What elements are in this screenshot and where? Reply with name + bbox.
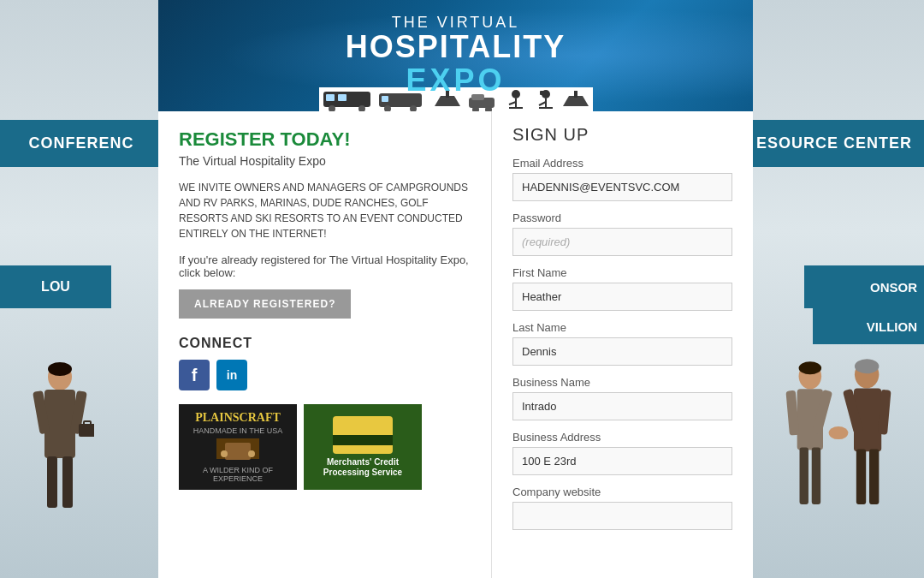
sponsor-sign: ONSOR (804, 265, 924, 308)
svg-rect-25 (326, 94, 335, 101)
social-icons-group: f in (179, 360, 471, 390)
register-subtitle: The Virtual Hospitality Expo (179, 154, 471, 168)
person-left-figure (26, 355, 94, 527)
already-registered-button[interactable]: ALREADY REGISTERED? (179, 289, 351, 319)
header-banner: THE VIRTUAL HOSPITALITY EXPO (158, 0, 753, 111)
banner-title: THE VIRTUAL HOSPITALITY EXPO (346, 14, 566, 98)
plaincraft-sub: HANDMADE IN THE USA (193, 426, 282, 435)
website-input[interactable] (512, 502, 732, 530)
register-title: REGISTER TODAY! (179, 128, 471, 151)
facebook-icon[interactable]: f (179, 360, 210, 390)
register-description: WE INVITE OWNERS AND MANAGERS OF CAMPGRO… (179, 180, 471, 241)
svg-rect-3 (62, 456, 73, 508)
businessname-input[interactable] (512, 392, 732, 420)
advertisement-images: PlainsCraft HANDMADE IN THE USA A WILDER… (179, 404, 471, 490)
main-content-area: THE VIRTUAL HOSPITALITY EXPO (158, 0, 753, 578)
merchants-ad[interactable]: Merchants' Credit Processing Service (304, 404, 422, 490)
firstname-form-group: First Name (512, 266, 732, 311)
email-label: Email Address (512, 157, 732, 170)
body-area: REGISTER TODAY! The Virtual Hospitality … (158, 111, 753, 578)
svg-rect-11 (800, 448, 808, 504)
connect-title: CONNECT (179, 336, 471, 351)
resource-center-sign: ESOURCE CENTER (744, 120, 924, 167)
plaincraft-tagline: A WILDER KIND OF EXPERIENCE (186, 466, 290, 483)
svg-rect-1 (44, 390, 75, 458)
password-form-group: Password (512, 212, 732, 256)
svg-line-42 (509, 102, 516, 104)
password-label: Password (512, 212, 732, 224)
linkedin-icon[interactable]: in (216, 360, 247, 390)
svg-point-22 (799, 361, 822, 374)
password-input[interactable] (512, 228, 732, 256)
credit-card-shape (333, 416, 393, 454)
svg-line-46 (539, 102, 546, 105)
svg-rect-12 (812, 448, 820, 504)
email-form-group: Email Address (512, 157, 732, 201)
banner-hospitality: HOSPITALITY (346, 32, 566, 63)
firstname-label: First Name (512, 266, 732, 279)
person-right-group (761, 347, 915, 535)
merchants-label: Merchants' Credit Processing Service (311, 457, 415, 478)
already-registered-text: If you're already registered for The Vir… (179, 253, 471, 279)
svg-rect-49 (574, 91, 578, 98)
businessname-form-group: Business Name (512, 376, 732, 420)
businessaddress-form-group: Business Address (512, 431, 732, 475)
businessname-label: Business Name (512, 376, 732, 389)
banner-expo: EXPO (346, 63, 566, 98)
businessaddress-label: Business Address (512, 431, 732, 444)
svg-rect-17 (856, 449, 866, 504)
lounge-sign: LOU (0, 265, 111, 308)
firstname-input[interactable] (512, 283, 732, 311)
lastname-form-group: Last Name (512, 321, 732, 366)
plaincraft-ad[interactable]: PlainsCraft HANDMADE IN THE USA A WILDER… (179, 404, 297, 490)
villion-sign: VILLION (813, 308, 924, 344)
left-panel: REGISTER TODAY! The Virtual Hospitality … (158, 111, 492, 578)
svg-rect-2 (47, 456, 57, 508)
svg-rect-18 (869, 449, 879, 504)
conference-sign: CONFERENC (0, 120, 163, 167)
signup-title: SIGN UP (512, 125, 732, 145)
lastname-input[interactable] (512, 337, 732, 366)
website-form-group: Company website (512, 486, 732, 530)
right-panel: SIGN UP Email Address Password First Nam… (492, 111, 753, 578)
email-input[interactable] (512, 173, 732, 201)
svg-point-23 (855, 359, 879, 373)
website-label: Company website (512, 486, 732, 498)
svg-point-8 (48, 362, 72, 376)
plaincraft-brand: PlainsCraft (195, 411, 281, 425)
lastname-label: Last Name (512, 321, 732, 334)
svg-point-21 (829, 426, 849, 439)
businessaddress-input[interactable] (512, 447, 732, 475)
